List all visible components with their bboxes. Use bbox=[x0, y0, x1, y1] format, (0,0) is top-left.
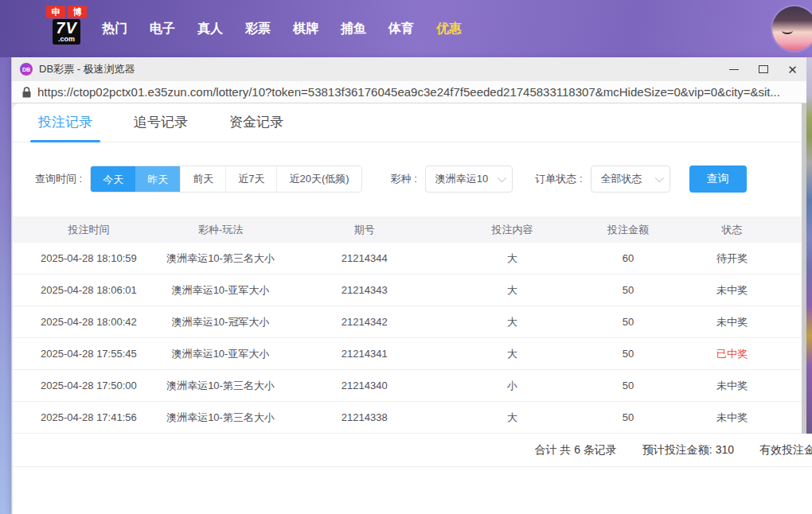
cell-bet-time: 2025-04-28 17:41:56 bbox=[13, 411, 165, 423]
cell-game-play: 澳洲幸运10-第三名大小 bbox=[165, 379, 277, 393]
maximize-icon bbox=[759, 65, 768, 73]
cell-bet-amount: 60 bbox=[572, 252, 685, 264]
cell-game-play: 澳洲幸运10-第三名大小 bbox=[165, 411, 277, 425]
table-summary: 合计 共 6 条记录 预计投注金额: 310 有效投注金 bbox=[13, 434, 812, 467]
cell-bet-time: 2025-04-28 18:00:42 bbox=[13, 316, 165, 328]
cell-bet-content: 大 bbox=[452, 347, 572, 361]
user-avatar[interactable] bbox=[772, 6, 812, 51]
lottery-filter-label: 彩种 : bbox=[391, 172, 417, 186]
tab-bet-records[interactable]: 投注记录 bbox=[35, 113, 96, 142]
lock-icon bbox=[22, 87, 31, 98]
window-controls: ✕ bbox=[719, 57, 807, 81]
cell-status: 未中奖 bbox=[684, 379, 779, 393]
summary-expected-amount: 预计投注金额: 310 bbox=[642, 443, 734, 458]
order-status-value: 全部状态 bbox=[601, 172, 642, 186]
chevron-down-icon bbox=[498, 173, 506, 182]
nav-item-sports[interactable]: 体育 bbox=[388, 21, 414, 37]
col-bet-time: 投注时间 bbox=[13, 223, 165, 237]
logo-badges: 申 博 bbox=[46, 6, 87, 18]
browser-window: DB DB彩票 - 极速浏览器 ✕ https://ctop02pctx01.e… bbox=[11, 57, 812, 514]
close-icon: ✕ bbox=[787, 64, 798, 76]
site-logo[interactable]: 申 博 7V .com bbox=[46, 6, 87, 45]
filter-bar: 查询时间 : 今天 昨天 前天 近7天 近20天(低频) 彩种 : 澳洲幸运10… bbox=[35, 165, 812, 193]
time-range-group: 今天 昨天 前天 近7天 近20天(低频) bbox=[90, 165, 361, 193]
cell-game-play: 澳洲幸运10-冠军大小 bbox=[165, 315, 277, 329]
logo-wordmark: 7V .com bbox=[53, 19, 80, 45]
cell-bet-content: 大 bbox=[452, 411, 572, 425]
tab-chase-records[interactable]: 追号记录 bbox=[131, 113, 191, 142]
cell-game-play: 澳洲幸运10-第三名大小 bbox=[165, 251, 277, 266]
time-option-today[interactable]: 今天 bbox=[91, 166, 135, 192]
time-option-20days[interactable]: 近20天(低频) bbox=[276, 166, 361, 192]
cell-game-play: 澳洲幸运10-亚军大小 bbox=[165, 283, 277, 298]
table-row: 2025-04-28 17:41:56 澳洲幸运10-第三名大小 2121433… bbox=[13, 402, 812, 434]
nav-item-live[interactable]: 真人 bbox=[197, 21, 223, 37]
window-title: DB彩票 - 极速浏览器 bbox=[39, 62, 135, 76]
query-button[interactable]: 查询 bbox=[689, 165, 747, 193]
lottery-page: 投注记录 追号记录 资金记录 查询时间 : 今天 昨天 前天 近7天 近20天(… bbox=[13, 103, 812, 514]
summary-total: 合计 共 6 条记录 bbox=[534, 443, 616, 458]
nav-item-hot[interactable]: 热门 bbox=[102, 21, 127, 37]
status-filter-label: 订单状态 : bbox=[535, 172, 582, 186]
cell-bet-amount: 50 bbox=[572, 411, 685, 423]
tab-fund-records[interactable]: 资金记录 bbox=[226, 113, 287, 142]
cell-bet-content: 小 bbox=[452, 379, 572, 393]
table-row: 2025-04-28 18:00:42 澳洲幸运10-冠军大小 21214342… bbox=[13, 306, 812, 338]
cell-bet-amount: 50 bbox=[572, 348, 685, 360]
screen: 申 博 7V .com 热门 电子 真人 彩票 棋牌 捕鱼 体育 优惠 DB D… bbox=[0, 0, 812, 514]
lottery-select[interactable]: 澳洲幸运10 bbox=[425, 165, 513, 193]
logo-badge-left: 申 bbox=[46, 6, 65, 18]
cell-bet-amount: 50 bbox=[572, 316, 685, 328]
cell-bet-time: 2025-04-28 18:10:59 bbox=[13, 252, 165, 264]
site-nav-menu: 热门 电子 真人 彩票 棋牌 捕鱼 体育 优惠 bbox=[102, 0, 484, 57]
maximize-button[interactable] bbox=[748, 57, 778, 81]
record-tabs: 投注记录 追号记录 资金记录 bbox=[13, 103, 812, 142]
cell-issue: 21214340 bbox=[276, 380, 452, 391]
nav-item-slots[interactable]: 电子 bbox=[150, 21, 175, 37]
window-titlebar[interactable]: DB DB彩票 - 极速浏览器 ✕ bbox=[12, 57, 812, 81]
logo-badge-right: 博 bbox=[68, 6, 87, 18]
minimize-button[interactable] bbox=[719, 57, 748, 81]
cell-status: 未中奖 bbox=[684, 315, 779, 329]
url-text[interactable]: https://ctop02pctx01.e35zun.com/lottery/… bbox=[37, 85, 780, 99]
logo-suffix-text: .com bbox=[58, 36, 75, 43]
cell-issue: 21214344 bbox=[276, 252, 452, 264]
time-option-7days[interactable]: 近7天 bbox=[225, 166, 276, 192]
col-bet-amount: 投注金额 bbox=[572, 223, 685, 237]
cell-bet-content: 大 bbox=[452, 251, 572, 266]
cell-issue: 21214342 bbox=[276, 316, 452, 328]
time-option-yesterday[interactable]: 昨天 bbox=[135, 166, 180, 192]
time-option-daybefore[interactable]: 前天 bbox=[180, 166, 225, 192]
cell-bet-time: 2025-04-28 17:55:45 bbox=[13, 348, 165, 360]
close-button[interactable]: ✕ bbox=[778, 57, 807, 81]
address-bar[interactable]: https://ctop02pctx01.e35zun.com/lottery/… bbox=[12, 81, 812, 103]
summary-valid-amount: 有效投注金 bbox=[759, 443, 812, 458]
time-filter-label: 查询时间 : bbox=[35, 172, 82, 186]
cell-status: 未中奖 bbox=[684, 411, 779, 425]
nav-item-cards[interactable]: 棋牌 bbox=[293, 21, 318, 37]
table-row: 2025-04-28 17:50:00 澳洲幸运10-第三名大小 2121434… bbox=[13, 370, 812, 402]
cell-bet-time: 2025-04-28 17:50:00 bbox=[13, 380, 165, 391]
browser-favicon-icon: DB bbox=[20, 63, 33, 76]
lottery-select-value: 澳洲幸运10 bbox=[435, 172, 488, 186]
order-status-select[interactable]: 全部状态 bbox=[591, 165, 670, 193]
cell-status-won: 已中奖 bbox=[684, 347, 779, 361]
cell-bet-amount: 50 bbox=[572, 380, 685, 391]
col-game-play: 彩种-玩法 bbox=[165, 223, 277, 237]
cell-status: 未中奖 bbox=[684, 283, 779, 298]
col-issue: 期号 bbox=[276, 223, 452, 237]
nav-item-promo[interactable]: 优惠 bbox=[436, 21, 462, 37]
site-nav: 申 博 7V .com 热门 电子 真人 彩票 棋牌 捕鱼 体育 优惠 bbox=[0, 0, 812, 57]
chevron-down-icon bbox=[654, 173, 663, 182]
cell-issue: 21214338 bbox=[276, 411, 452, 423]
table-row: 2025-04-28 17:55:45 澳洲幸运10-亚军大小 21214341… bbox=[13, 338, 812, 370]
col-bet-content: 投注内容 bbox=[452, 223, 572, 237]
nav-item-lottery[interactable]: 彩票 bbox=[245, 21, 271, 37]
cell-status: 待开奖 bbox=[684, 251, 779, 266]
minimize-icon bbox=[729, 69, 739, 70]
cell-issue: 21214343 bbox=[276, 284, 452, 296]
nav-item-fishing[interactable]: 捕鱼 bbox=[341, 21, 366, 37]
col-status: 状态 bbox=[684, 223, 779, 237]
cell-bet-time: 2025-04-28 18:06:01 bbox=[13, 284, 165, 296]
cell-game-play: 澳洲幸运10-亚军大小 bbox=[165, 347, 277, 361]
